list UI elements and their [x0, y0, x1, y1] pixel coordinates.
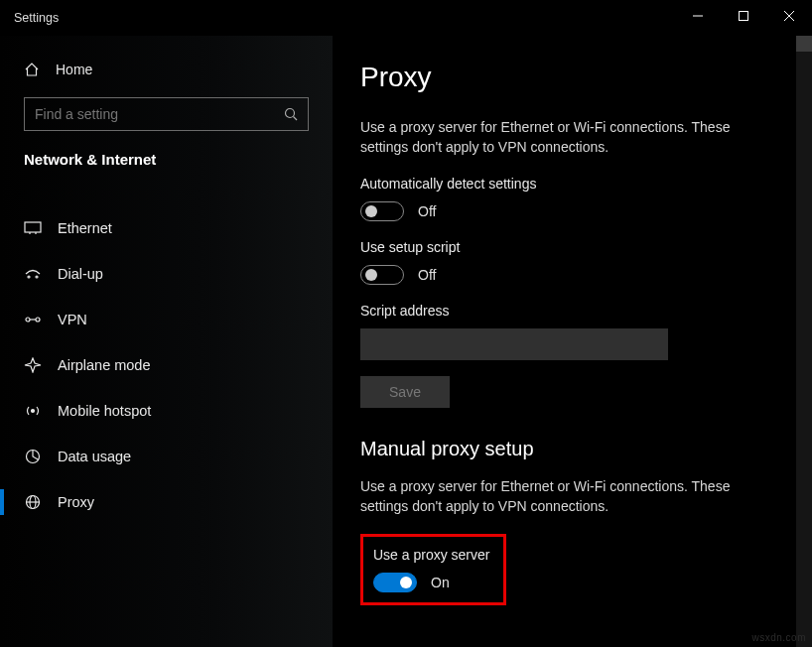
script-address-label: Script address	[360, 303, 784, 319]
auto-detect-toggle[interactable]	[360, 201, 404, 221]
sidebar-item-label: Proxy	[58, 494, 94, 510]
svg-point-9	[28, 276, 30, 278]
sidebar-item-label: Airplane mode	[58, 357, 151, 373]
window-title: Settings	[14, 11, 59, 25]
highlight-annotation: Use a proxy server On	[360, 534, 506, 605]
use-proxy-label: Use a proxy server	[373, 547, 489, 563]
svg-rect-6	[25, 222, 41, 232]
use-script-label: Use setup script	[360, 239, 784, 255]
vpn-icon	[24, 313, 42, 326]
sidebar: Home Network & Internet Ethernet Dial-up	[0, 36, 333, 647]
close-icon	[784, 11, 794, 21]
sidebar-item-label: Ethernet	[58, 220, 112, 236]
search-input[interactable]	[24, 97, 309, 131]
minimize-icon	[693, 11, 703, 21]
auto-detect-state: Off	[418, 203, 436, 219]
use-script-state: Off	[418, 267, 436, 283]
search-icon	[284, 107, 298, 121]
hotspot-icon	[24, 403, 42, 419]
maximize-button[interactable]	[721, 0, 766, 32]
airplane-icon	[24, 357, 42, 373]
home-icon	[24, 62, 40, 77]
sidebar-item-dialup[interactable]: Dial-up	[0, 251, 333, 297]
use-proxy-toggle[interactable]	[373, 573, 417, 592]
sidebar-item-airplane[interactable]: Airplane mode	[0, 342, 333, 388]
toggle-knob	[400, 577, 412, 588]
sidebar-item-label: VPN	[58, 312, 87, 327]
save-button[interactable]: Save	[360, 376, 450, 408]
close-button[interactable]	[766, 0, 812, 32]
toggle-knob	[365, 205, 377, 217]
section-title: Network & Internet	[0, 151, 333, 184]
sidebar-item-proxy[interactable]: Proxy	[0, 479, 333, 525]
proxy-icon	[24, 494, 42, 510]
script-address-input[interactable]	[360, 328, 668, 360]
maximize-icon	[739, 11, 748, 21]
sidebar-item-label: Dial-up	[58, 266, 103, 282]
auto-description: Use a proxy server for Ethernet or Wi-Fi…	[360, 117, 777, 158]
nav-list: Ethernet Dial-up VPN Airplane mode Mobil…	[0, 205, 333, 525]
search-field[interactable]	[35, 106, 258, 122]
use-proxy-state: On	[431, 575, 450, 590]
toggle-knob	[365, 269, 377, 281]
sidebar-item-label: Mobile hotspot	[58, 403, 151, 419]
home-button[interactable]: Home	[0, 56, 333, 91]
watermark: wsxdn.com	[751, 632, 806, 643]
scrollbar[interactable]	[796, 36, 812, 647]
minimize-button[interactable]	[675, 0, 721, 32]
manual-description: Use a proxy server for Ethernet or Wi-Fi…	[360, 476, 777, 517]
sidebar-item-vpn[interactable]: VPN	[0, 297, 333, 342]
svg-point-10	[36, 276, 38, 278]
ethernet-icon	[24, 221, 42, 235]
datausage-icon	[24, 449, 42, 464]
home-label: Home	[56, 62, 92, 77]
window-body: Home Network & Internet Ethernet Dial-up	[0, 36, 812, 647]
svg-point-12	[36, 318, 40, 322]
main-panel: Proxy Use a proxy server for Ethernet or…	[333, 36, 812, 647]
auto-detect-label: Automatically detect settings	[360, 176, 784, 192]
sidebar-item-label: Data usage	[58, 449, 131, 464]
page-title: Proxy	[360, 62, 784, 93]
window-controls	[675, 0, 812, 32]
svg-point-11	[26, 318, 30, 322]
svg-point-14	[32, 410, 35, 413]
settings-window: Settings Home Netwo	[0, 0, 812, 647]
manual-heading: Manual proxy setup	[360, 438, 784, 460]
use-script-toggle[interactable]	[360, 265, 404, 285]
svg-line-5	[294, 117, 298, 121]
svg-rect-1	[740, 12, 748, 21]
svg-point-4	[286, 109, 295, 118]
sidebar-item-hotspot[interactable]: Mobile hotspot	[0, 388, 333, 434]
sidebar-item-ethernet[interactable]: Ethernet	[0, 205, 333, 251]
scroll-up-arrow[interactable]	[796, 36, 812, 52]
sidebar-item-datausage[interactable]: Data usage	[0, 434, 333, 479]
dialup-icon	[24, 267, 42, 281]
